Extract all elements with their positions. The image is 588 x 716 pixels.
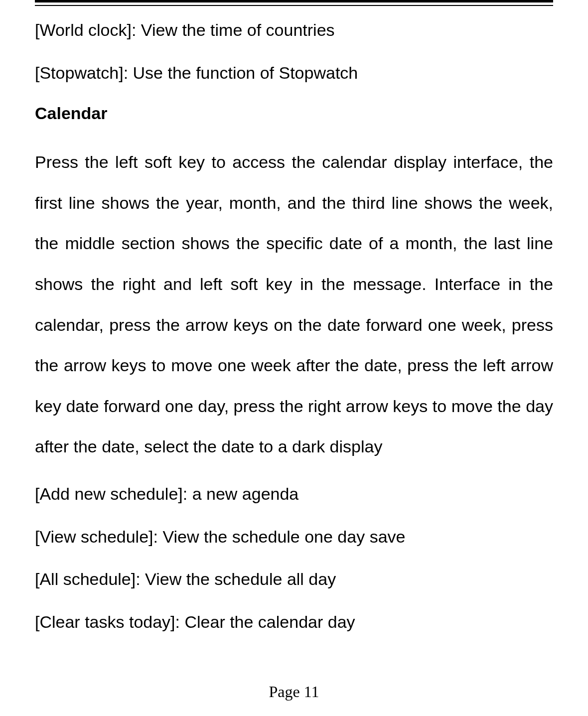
stopwatch-line: [Stopwatch]: Use the function of Stopwat… [35,61,553,85]
add-new-schedule-line: [Add new schedule]: a new agenda [35,482,553,506]
clear-tasks-today-line: [Clear tasks today]: Clear the calendar … [35,610,553,634]
page-top-border [35,0,553,6]
calendar-paragraph: Press the left soft key to access the ca… [35,142,553,467]
page-footer: Page 11 [0,683,588,701]
document-content: [World clock]: View the time of countrie… [30,18,558,634]
all-schedule-line: [All schedule]: View the schedule all da… [35,568,553,591]
world-clock-line: [World clock]: View the time of countrie… [35,18,553,42]
calendar-heading: Calendar [35,104,553,123]
view-schedule-line: [View schedule]: View the schedule one d… [35,525,553,549]
